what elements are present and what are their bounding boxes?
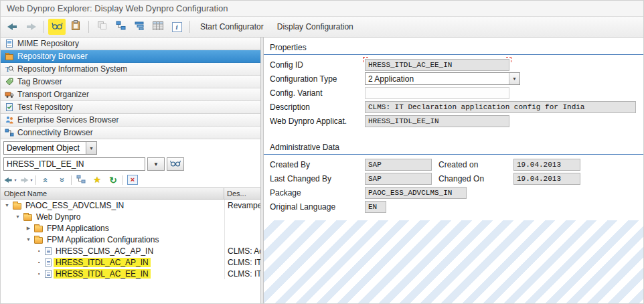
configuration-type-select[interactable]: 2 Application ▼	[365, 72, 520, 85]
forward-button[interactable]	[22, 19, 39, 35]
created-by-field[interactable]: SAP	[365, 159, 432, 171]
paste-button[interactable]	[67, 19, 84, 35]
original-language-label: Original Language	[270, 202, 365, 212]
info-button[interactable]: i	[168, 19, 185, 35]
expander-icon[interactable]	[14, 214, 21, 219]
properties-section-title: Properties	[264, 42, 643, 55]
tree-node-web-dynpro[interactable]: Web Dynpro	[1, 211, 260, 222]
folder-icon	[34, 237, 43, 244]
start-configurator-button[interactable]: Start Configurator	[194, 20, 270, 33]
mime-repository-icon	[4, 39, 14, 48]
tree-forward-button[interactable]: ▾	[19, 174, 33, 186]
where-used-button[interactable]	[93, 19, 110, 35]
sidebar-item-label: MIME Repository	[17, 39, 79, 48]
structure-icon	[76, 175, 86, 185]
object-name-input[interactable]	[3, 157, 145, 171]
web-dynpro-application-label: Web Dynpro Applicat.	[270, 117, 365, 126]
tree-header: Object Name Des...	[1, 187, 260, 200]
back-button[interactable]	[3, 19, 21, 35]
display-configuration-button[interactable]: Display Configuration	[271, 20, 359, 33]
tree-back-button[interactable]: ▾	[3, 174, 17, 186]
table-icon	[153, 21, 163, 33]
config-variant-field[interactable]	[365, 87, 509, 99]
favorites-button[interactable]: ★	[90, 174, 104, 186]
toolbar-separator	[123, 175, 123, 185]
administrative-data-section-title: Administrative Data	[264, 141, 643, 155]
where-used-icon	[97, 21, 107, 33]
object-type-value: Development Object	[7, 143, 80, 153]
description-field[interactable]: CLMS: IT Declaration application config …	[365, 101, 636, 113]
document-icon	[45, 247, 52, 255]
tree-structure-button[interactable]	[74, 174, 88, 186]
sidebar-item-label: Tag Browser	[17, 77, 62, 86]
tree-node-hress-clms-ac-ap-in[interactable]: HRESS_CLMS_AC_AP_IN CLMS: Ad	[1, 245, 260, 256]
config-id-field[interactable]: HRESS_ITDL_AC_EE_IN	[365, 59, 509, 71]
created-on-label: Created on	[438, 160, 513, 169]
object-type-select[interactable]: Development Object ▼	[3, 141, 97, 155]
sidebar-item-connectivity-browser[interactable]: Connectivity Browser	[1, 127, 260, 139]
info-icon: i	[172, 22, 182, 32]
configuration-type-value: 2 Application	[368, 74, 414, 84]
web-dynpro-application-field[interactable]: HRESS_ITDL_EE_IN	[365, 115, 509, 127]
tree-node-desc	[224, 222, 260, 234]
created-on-field[interactable]: 19.04.2013	[513, 159, 580, 171]
tree-node-hress-itdl-ac-ee-in[interactable]: HRESS_ITDL_AC_EE_IN CLMS: IT	[1, 268, 260, 279]
background-stripes	[264, 220, 643, 304]
hierarchy-button[interactable]	[112, 19, 129, 35]
original-language-field[interactable]: EN	[365, 201, 386, 213]
tree-node-desc: CLMS: IT	[224, 256, 260, 268]
last-changed-by-field[interactable]: SAP	[365, 173, 432, 185]
changed-on-field[interactable]: 19.04.2013	[513, 173, 580, 185]
back-icon	[5, 177, 13, 183]
sidebar-item-enterprise-services-browser[interactable]: Enterprise Services Browser	[1, 114, 260, 127]
sidebar-item-label: Enterprise Services Browser	[17, 115, 118, 125]
chevron-down-icon: ▾	[30, 177, 32, 182]
close-tree-button[interactable]: ×	[126, 174, 139, 186]
clipboard-icon	[71, 20, 80, 33]
expander-icon[interactable]	[3, 203, 11, 208]
refresh-button[interactable]: ↻	[106, 174, 120, 186]
toolbar-separator	[35, 175, 36, 185]
document-icon	[45, 270, 52, 278]
selection-corners: HRESS_ITDL_AC_EE_IN	[365, 59, 509, 71]
expander-icon[interactable]	[25, 226, 32, 231]
tree-node-fpm-application-configurations[interactable]: FPM Application Configurations	[1, 234, 260, 245]
chevron-down-icon: ▼	[509, 73, 519, 84]
chevron-down-icon: ▼	[86, 142, 96, 154]
back-icon	[7, 23, 17, 30]
sidebar-item-test-repository[interactable]: Test Repository	[1, 101, 260, 114]
scroll-up-button[interactable]: «	[39, 174, 52, 186]
levels-button[interactable]	[131, 19, 148, 35]
sidebar-item-repository-information-system[interactable]: T Repository Information System	[1, 63, 260, 76]
glasses-icon	[52, 21, 63, 33]
tree-node-fpm-applications[interactable]: FPM Applications	[1, 222, 260, 234]
forward-icon	[26, 23, 36, 30]
scroll-down-button[interactable]: «	[55, 174, 68, 186]
expander-icon[interactable]	[25, 237, 32, 242]
history-dropdown-button[interactable]: ▼	[147, 157, 165, 171]
chevron-down-icon: ▾	[14, 177, 16, 182]
folder-icon	[13, 203, 21, 210]
sidebar-item-transport-organizer[interactable]: Transport Organizer	[1, 88, 260, 101]
tree-node-desc	[224, 234, 260, 245]
tree-node-desc	[224, 211, 260, 222]
display-change-button[interactable]	[48, 19, 66, 35]
table-view-button[interactable]	[149, 19, 167, 35]
object-tree: PAOC_ESS_ADVCLMS_IN Revampe Web Dynpro	[1, 200, 260, 304]
bullet-icon	[35, 269, 43, 279]
sidebar-item-tag-browser[interactable]: Tag Browser	[1, 76, 260, 88]
package-field[interactable]: PAOC_ESS_ADVCLMS_IN	[365, 187, 467, 199]
last-changed-by-label: Last Changed By	[270, 174, 365, 183]
tree-node-label: PAOC_ESS_ADVCLMS_IN	[23, 201, 126, 210]
levels-icon	[135, 21, 145, 33]
network-icon	[4, 128, 14, 137]
hierarchy-icon	[116, 21, 126, 33]
tree-node-hress-itdl-ac-ap-in[interactable]: HRESS_ITDL_AC_AP_IN CLMS: IT	[1, 256, 260, 268]
sidebar-item-label: Test Repository	[17, 102, 73, 112]
sidebar-item-repository-browser[interactable]: Repository Browser	[1, 50, 260, 63]
display-object-button[interactable]	[167, 157, 184, 171]
svg-text:T: T	[5, 65, 10, 73]
sidebar-item-mime-repository[interactable]: MIME Repository	[1, 37, 260, 50]
tree-column-description: Des...	[224, 189, 260, 198]
tree-node-paoc-ess-advclms-in[interactable]: PAOC_ESS_ADVCLMS_IN Revampe	[1, 200, 260, 211]
